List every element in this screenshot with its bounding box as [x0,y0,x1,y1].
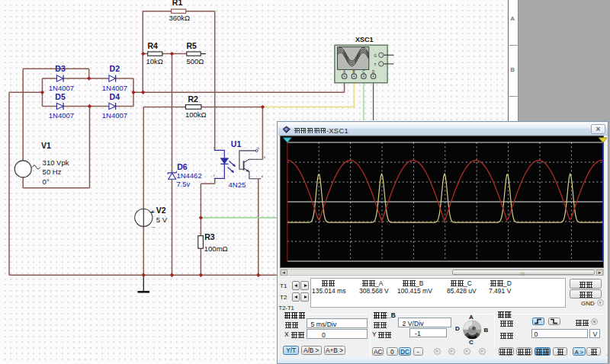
svg-text:1N4007: 1N4007 [49,111,74,120]
svg-text:2: 2 [214,174,216,177]
svg-text:R5: R5 [187,41,197,50]
svg-text:500Ω: 500Ω [187,57,204,65]
svg-text:D6: D6 [177,162,188,171]
svg-text:D5: D5 [55,92,66,101]
svg-text:310 Vpk: 310 Vpk [43,158,69,167]
svg-text:1N4007: 1N4007 [102,84,127,92]
svg-text:+: + [151,209,155,216]
svg-text:R4: R4 [148,41,159,50]
svg-text:5: 5 [264,155,266,159]
svg-text:100mΩ: 100mΩ [204,244,228,253]
svg-text:V1: V1 [41,141,51,150]
svg-text:T: T [374,63,377,67]
svg-text:4N25: 4N25 [229,180,246,189]
svg-text:1N4462: 1N4462 [176,171,201,180]
svg-text:10kΩ: 10kΩ [146,57,163,65]
svg-text:_: _ [151,221,156,228]
svg-text:1N4007: 1N4007 [49,84,74,92]
svg-text:R2: R2 [188,94,199,104]
svg-text:U1: U1 [231,139,242,148]
svg-text:4: 4 [262,174,264,178]
svg-text:D3: D3 [55,64,66,73]
svg-text:5 V: 5 V [156,216,168,224]
svg-text:50 Hz: 50 Hz [43,168,62,176]
svg-text:R1: R1 [172,0,183,7]
svg-text:D4: D4 [110,92,120,101]
svg-text:V2: V2 [156,206,166,215]
svg-text:XSC1: XSC1 [355,36,374,43]
svg-text:B: B [353,70,355,74]
svg-text:G: G [374,54,377,58]
svg-text:7.5v: 7.5v [176,180,190,188]
svg-text:360kΩ: 360kΩ [169,14,191,22]
svg-text:100kΩ: 100kΩ [185,110,207,119]
svg-text:1N4007: 1N4007 [102,111,127,120]
svg-text:D2: D2 [110,64,120,73]
svg-text:6: 6 [258,146,260,150]
svg-text:R3: R3 [204,232,215,241]
svg-text:0°: 0° [43,177,50,186]
